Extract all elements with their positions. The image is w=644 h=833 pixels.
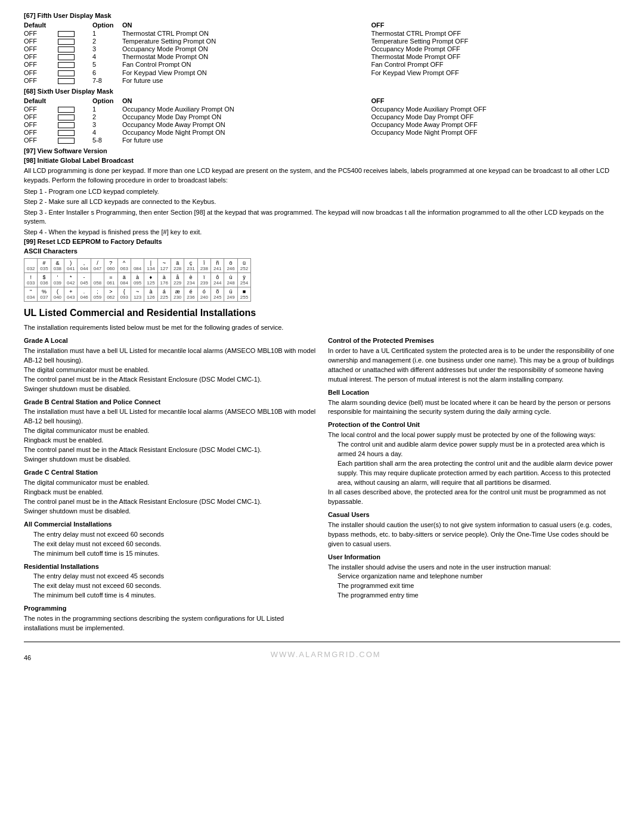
footer-divider [24, 642, 620, 642]
para-text: Service organization name and telephone … [338, 572, 620, 581]
para-text: The minimum bell cutoff time is 4 minute… [33, 591, 316, 600]
section-67-title: [67] Fifth User Display Mask [24, 12, 620, 19]
row-off: Occupancy Mode Away Prompt OFF [371, 121, 621, 128]
row-option: 5 [92, 61, 122, 68]
table-row: OFF 5-8 For future use [24, 137, 620, 144]
para-text: The entry delay must not exceed 45 secon… [33, 572, 316, 581]
row-off: Thermostat Mode Prompt OFF [371, 53, 621, 60]
ascii-title: ASCII Characters [24, 247, 620, 255]
table-row: OFF 5 Fan Control Prompt ON Fan Control … [24, 61, 620, 68]
row-on: Occupancy Mode Night Prompt ON [122, 129, 371, 136]
para-block: ProgrammingThe notes in the programming … [24, 604, 316, 633]
row-off: Temperature Setting Prompt OFF [371, 38, 621, 45]
col-headers-67: Default Option ON OFF [24, 21, 620, 29]
row-bracket [57, 77, 92, 84]
section-97-title: [97] View Software Version [24, 147, 620, 154]
para-text: The installation must have a bell UL Lis… [24, 346, 316, 366]
table-row: OFF 2 Occupancy Mode Day Prompt ON Occup… [24, 113, 620, 120]
col-headers-68: Default Option ON OFF [24, 97, 620, 104]
para-text: The control panel must be in the Attack … [24, 375, 316, 385]
row-option: 6 [92, 69, 122, 76]
ul-two-col: Grade A LocalThe installation must have … [24, 336, 620, 637]
row-option: 7-8 [92, 77, 122, 84]
row-default: OFF [24, 30, 57, 37]
para-text: The digital communicator must be enabled… [24, 478, 316, 488]
row-bracket [57, 121, 92, 128]
para-text: The digital communicator must be enabled… [24, 426, 316, 436]
step-item: Step 1 - Program one LCD keypad complete… [24, 187, 620, 196]
row-default: OFF [24, 77, 57, 84]
rows-68: OFF 1 Occupancy Mode Auxiliary Prompt ON… [24, 106, 620, 144]
para-text: The installer should caution the user(s)… [328, 521, 620, 549]
col-option-68: Option [92, 97, 122, 104]
step-item: Step 3 - Enter Installer s Programming, … [24, 208, 620, 227]
para-text: In order to have a UL Certificated syste… [328, 346, 620, 385]
col-bracket [57, 21, 92, 29]
col-on: ON [122, 21, 371, 29]
watermark: WWW.ALARMGRID.COM [31, 650, 620, 659]
ul-intro: The installation requirements listed bel… [24, 323, 620, 333]
section-67: [67] Fifth User Display Mask Default Opt… [24, 12, 620, 84]
para-text: Swinger shutdown must be disabled. [24, 455, 316, 465]
row-off: Occupancy Mode Night Prompt OFF [371, 129, 621, 136]
para-heading: Programming [24, 604, 316, 614]
para-text: The notes in the programming sections de… [24, 614, 316, 633]
para-heading: User Information [328, 553, 620, 562]
para-text: The alarm sounding device (bell) must be… [328, 398, 620, 417]
row-option: 4 [92, 129, 122, 136]
step-item: Step 4 - When the keypad is finished pre… [24, 228, 620, 237]
row-bracket [57, 106, 92, 113]
row-default: OFF [24, 38, 57, 45]
para-block: Casual UsersThe installer should caution… [328, 510, 620, 549]
row-option: 2 [92, 113, 122, 120]
row-on: Fan Control Prompt ON [122, 61, 371, 68]
rows-67: OFF 1 Thermostat CTRL Prompt ON Thermost… [24, 30, 620, 84]
para-heading: Protection of the Control Unit [328, 420, 620, 430]
row-bracket [57, 45, 92, 52]
para-text: The control panel must be in the Attack … [24, 497, 316, 507]
section-98-intro: All LCD programming is done per keypad. … [24, 166, 620, 185]
row-default: OFF [24, 69, 57, 76]
row-bracket [57, 129, 92, 136]
col-bracket-68 [57, 97, 92, 104]
row-off: For Keypad View Prompt OFF [371, 69, 621, 76]
row-on: For Keypad View Prompt ON [122, 69, 371, 76]
row-bracket [57, 113, 92, 120]
para-heading: Casual Users [328, 510, 620, 520]
para-text: The programmed exit time [338, 581, 620, 591]
para-heading: Grade B Central Station and Police Conne… [24, 398, 316, 407]
page-number: 46 [24, 654, 31, 661]
para-text: The installation must have a bell UL Lis… [24, 407, 316, 426]
table-row: OFF 3 Occupancy Mode Away Prompt ON Occu… [24, 121, 620, 128]
table-row: OFF 4 Thermostat Mode Prompt ON Thermost… [24, 53, 620, 60]
section-68-title: [68] Sixth User Display Mask [24, 88, 620, 95]
row-on: Temperature Setting Prompt ON [122, 38, 371, 45]
para-block: Grade A LocalThe installation must have … [24, 336, 316, 394]
row-option: 2 [92, 38, 122, 45]
ul-title: UL Listed Commercial and Residential Ins… [24, 308, 620, 318]
para-block: Residential InstallationsThe entry delay… [24, 562, 316, 601]
row-bracket [57, 30, 92, 37]
table-row: OFF 6 For Keypad View Prompt ON For Keyp… [24, 69, 620, 76]
row-default: OFF [24, 106, 57, 113]
row-on: For future use [122, 137, 371, 144]
col-off-68: OFF [371, 97, 621, 104]
table-row: OFF 4 Occupancy Mode Night Prompt ON Occ… [24, 129, 620, 136]
row-default: OFF [24, 45, 57, 52]
row-on: Occupancy Mode Away Prompt ON [122, 121, 371, 128]
row-off: Occupancy Mode Prompt OFF [371, 45, 621, 52]
section-98: [98] Initiate Global Label Broadcast All… [24, 157, 620, 237]
col-default: Default [24, 21, 57, 29]
ul-section: UL Listed Commercial and Residential Ins… [24, 308, 620, 637]
row-default: OFF [24, 137, 57, 144]
para-block: User InformationThe installer should adv… [328, 553, 620, 601]
para-text: The control unit and audible alarm devic… [338, 440, 620, 459]
row-off: Fan Control Prompt OFF [371, 61, 621, 68]
row-bracket [57, 61, 92, 68]
row-on: Occupancy Mode Auxiliary Prompt ON [122, 106, 371, 113]
para-text: The programmed entry time [338, 591, 620, 600]
row-bracket [57, 53, 92, 60]
para-heading: Bell Location [328, 388, 620, 398]
section-98-title: [98] Initiate Global Label Broadcast [24, 157, 620, 164]
para-text: Each partition shall arm the area protec… [338, 459, 620, 488]
